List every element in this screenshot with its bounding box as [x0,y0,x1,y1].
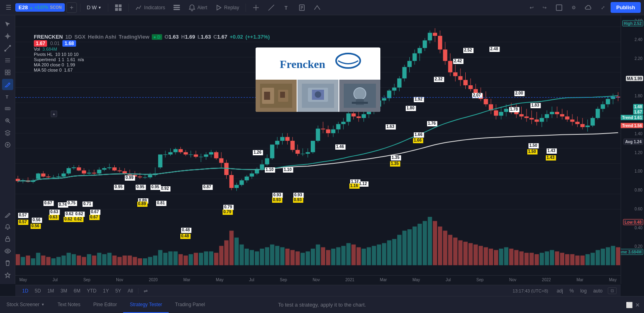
crosshair-icon[interactable] [2,31,13,42]
star-icon[interactable] [2,270,13,281]
layouts-button[interactable] [170,2,184,13]
svg-rect-16 [556,5,562,10]
fullscreen-button[interactable] [552,2,566,13]
expand-button[interactable]: ⤢ [598,3,608,12]
pencil-icon[interactable] [2,209,13,220]
svg-rect-5 [173,7,180,8]
strategy-tester-label: Strategy Tester [130,302,162,307]
period-1d-button[interactable]: 1D [19,287,31,295]
supertrend-na: n/a [78,57,84,62]
chart-price-l: L1.63 [198,34,211,40]
gann-icon[interactable] [2,67,13,78]
period-1y-button[interactable]: 1Y [100,287,112,295]
stock-screener-tab[interactable]: Stock Screener ▼ [0,297,51,313]
chart-change: +0.02 [230,34,243,40]
period-5d-button[interactable]: 5D [32,287,43,295]
reset-zoom-button[interactable]: ⊡ [608,287,617,294]
tl-jul21: Jul [446,278,451,282]
symbol-badge[interactable]: E28 ▲ +3.07% SCON [15,3,65,12]
tl-2022: 2022 [542,278,551,282]
alert-sidebar-icon[interactable] [2,221,13,233]
ma200-row: MA 200 close 0 1.99 [34,62,270,67]
lock-icon[interactable] [2,233,13,245]
tl-nov19: Nov [116,278,123,282]
period-ytd-button[interactable]: YTD [84,287,99,295]
cursor-icon[interactable] [2,19,13,30]
chart-type: Heikin Ashi [88,34,116,40]
timestamp-label: 13:17:43 (UTC+8) [513,288,548,293]
menu-icon[interactable]: ☰ [3,2,14,13]
bottom-panel: Stock Screener ▼ Text Notes Pine Editor … [0,296,644,313]
fib-icon[interactable] [2,55,13,66]
tl-sep21: Sep [477,278,484,282]
zoom-icon[interactable] [2,115,13,126]
publish-button[interactable]: Publish [611,2,641,13]
period-all-button[interactable]: All [125,287,136,295]
collapse-button[interactable]: ▲ [51,111,57,117]
scale-080: 0.80 [635,188,642,192]
note-button[interactable] [295,2,309,13]
text-notes-tab[interactable]: Text Notes [51,297,87,313]
svg-rect-2 [115,8,118,11]
ma200-label: MA 200 close 0 [34,62,64,67]
undo-button[interactable]: ↩ [526,3,537,12]
left-sidebar: T [0,15,15,284]
maximize-panel-button[interactable]: ⬜ [626,302,633,308]
layout-button[interactable] [111,2,125,13]
right-scale: 2.60 2.40 2.20 2.00 1.80 1.60 1.40 1.20 … [621,15,644,284]
tl-mar20: Mar [184,278,190,282]
symbol-arrow-icon: ▲ [29,6,33,10]
cloud-button[interactable] [582,2,595,13]
adj-button[interactable]: adj [554,287,566,295]
svg-point-22 [9,45,10,47]
measure-icon[interactable] [2,103,13,114]
eye-icon[interactable] [2,245,13,257]
period-6m-button[interactable]: 6M [71,287,83,295]
strategy-tester-tab[interactable]: Strategy Tester [123,297,168,313]
scale-140: 1.40 [635,131,642,136]
symbol-suffix: SCON [50,5,62,10]
pct-button[interactable]: % [567,287,577,295]
add-symbol-button[interactable]: + [66,2,76,13]
trading-panel-tab[interactable]: Trading Panel [169,297,211,313]
line-button[interactable] [264,2,278,13]
timeframe-d-label: D [87,4,91,10]
pine-editor-label: Pine Editor [93,302,117,307]
period-3m-button[interactable]: 3M [58,287,70,295]
drawing-tools-button[interactable] [249,2,263,13]
ma50-val: 1.67 [64,68,72,72]
svg-rect-4 [173,5,180,6]
timeframe-d-button[interactable]: D W ▼ [84,3,105,12]
chart-change-pct: (++1.37%) [246,34,270,40]
scale-220: 2.20 [635,56,642,60]
tl-jul19: Jul [53,278,58,282]
trash-icon[interactable] [2,257,13,269]
text-icon[interactable]: T [2,91,13,102]
auto-button[interactable]: auto [590,287,605,295]
avg-badge: Avg 1.24 [623,138,643,144]
add-symbol-sidebar-icon[interactable] [2,139,13,150]
period-bar: 1D 5D 1M 3M 6M YTD 1Y 5Y All ⇌ 13:17:43 … [15,285,621,296]
layers-icon[interactable] [2,127,13,138]
pine-editor-tab[interactable]: Pine Editor [87,297,124,313]
alert-button[interactable]: Alert [185,2,211,13]
drawings-icon[interactable] [2,79,13,90]
text-button[interactable]: T [280,2,293,13]
replay-button[interactable]: Replay [212,2,242,13]
indicators-button[interactable]: Indicators [132,2,168,13]
redo-button[interactable]: ↪ [539,3,550,12]
indicators-label: Indicators [144,5,165,10]
chart-symbol: FRENCKEN [34,34,63,40]
compare-button[interactable]: ⇌ [141,287,151,295]
svg-point-45 [7,250,8,252]
period-5y-button[interactable]: 5Y [112,287,124,295]
close-panel-button[interactable]: ✕ [635,302,640,308]
stock-screener-label: Stock Screener [6,302,39,307]
log-button[interactable]: log [578,287,590,295]
settings-button[interactable]: ⚙ [568,3,579,12]
trendline-icon[interactable] [2,43,13,54]
shape-button[interactable] [310,2,324,13]
ma-price-badge: MA 1.99 [626,76,643,81]
supertrend-val: 1 1 [58,57,64,62]
period-1m-button[interactable]: 1M [45,287,57,295]
